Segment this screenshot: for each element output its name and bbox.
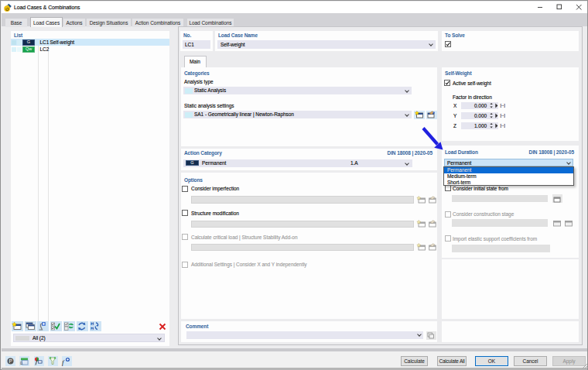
svg-text:P: P [9, 358, 12, 364]
svg-text:f: f [62, 358, 65, 366]
svg-text:0.: 0. [20, 361, 23, 365]
